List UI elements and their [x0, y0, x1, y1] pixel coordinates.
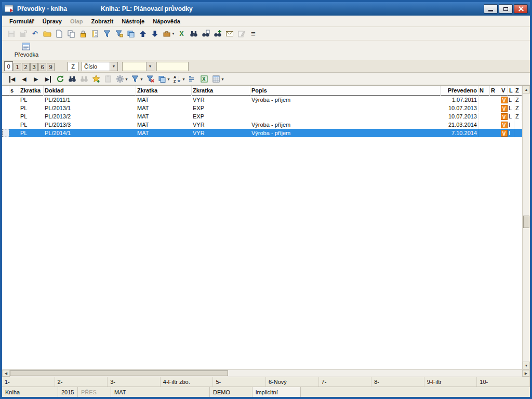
find-next-icon[interactable]	[78, 74, 90, 85]
column-header-n[interactable]: N	[478, 86, 490, 96]
table-row[interactable]: PLPL/2011/1MATVYRVýroba - příjem1.07.201…	[2, 96, 522, 104]
menu-olap[interactable]: Olap	[66, 17, 87, 26]
filter-tab-6[interactable]: 6	[38, 63, 46, 71]
column-header-prevedeno[interactable]: Převedeno	[441, 86, 478, 96]
settings-menu-arrow-icon[interactable]: ▼	[125, 77, 129, 81]
next-record-icon[interactable]: ▶	[30, 74, 42, 85]
grid-menu-icon[interactable]	[210, 74, 222, 85]
row-marker[interactable]	[2, 121, 9, 129]
find-add-icon[interactable]	[211, 28, 223, 39]
close-button[interactable]	[514, 4, 528, 14]
scroll-down-icon[interactable]: ▼	[523, 362, 530, 369]
find-document-icon[interactable]	[200, 28, 211, 39]
column-header-zkratka1[interactable]: Zkratka	[19, 86, 44, 96]
filter-tab-2[interactable]: 2	[22, 63, 30, 71]
scroll-up-icon[interactable]: ▲	[523, 86, 530, 94]
menu-nápověda[interactable]: Nápověda	[149, 17, 184, 26]
minimize-button[interactable]	[484, 4, 498, 14]
vertical-scroll-thumb[interactable]	[523, 216, 529, 228]
table-row[interactable]: PLPL/2014/1MATVYRVýroba - příjem7.10.201…	[2, 129, 522, 137]
chevron-down-icon[interactable]: ▼	[110, 62, 117, 71]
table-row[interactable]: PLPL/2013/1MATEXP10.07.2013VLZ	[2, 104, 522, 112]
column-header-doklad[interactable]: Doklad	[44, 86, 136, 96]
horizontal-scroll-thumb[interactable]	[10, 370, 228, 376]
grid-menu-arrow-icon[interactable]: ▼	[221, 77, 225, 81]
filter-tab-0[interactable]: 0	[4, 61, 13, 71]
filter-menu-arrow-icon[interactable]: ▼	[140, 77, 144, 81]
vertical-scrollbar[interactable]: ▲ ▼	[522, 86, 530, 369]
edit-note-icon[interactable]	[235, 28, 247, 39]
sort-icon[interactable]: AZ	[171, 74, 183, 85]
refresh-icon[interactable]	[54, 74, 66, 85]
column-header-zkratka3[interactable]: Zkratka	[192, 86, 250, 96]
filter-menu-icon[interactable]	[129, 74, 141, 85]
column-header-r[interactable]: R	[490, 86, 500, 96]
notebook-icon[interactable]	[89, 28, 101, 39]
view-menu-arrow-icon[interactable]: ▼	[167, 77, 171, 81]
fkey-3[interactable]: 3-	[108, 377, 161, 387]
excel-export-icon[interactable]: X	[176, 28, 188, 39]
mail-icon[interactable]	[223, 28, 235, 39]
table-row[interactable]: PLPL/2013/3MATVYRVýroba - příjem21.03.20…	[2, 121, 522, 129]
fkey-8[interactable]: 8-	[371, 377, 424, 387]
filter-value-combo[interactable]: ▼	[122, 62, 154, 71]
column-header-popis[interactable]: Popis	[250, 86, 441, 96]
sort-menu-arrow-icon[interactable]: ▼	[182, 77, 186, 81]
paste-record-icon[interactable]	[102, 74, 114, 85]
filter-tab-1[interactable]: 1	[14, 63, 21, 71]
filter-tab-9[interactable]: 9	[47, 63, 55, 71]
fkey-1[interactable]: 1-	[2, 377, 55, 387]
first-record-icon[interactable]: ◀	[6, 74, 18, 85]
fkey-4[interactable]: 4-Filtr zbo.	[161, 377, 214, 387]
row-marker[interactable]	[2, 129, 9, 137]
table-row[interactable]: PLPL/2013/2MATEXP10.07.2013VLZ	[2, 112, 522, 121]
menu-formulář[interactable]: Formulář	[5, 17, 38, 26]
column-header-l[interactable]: L	[508, 86, 514, 96]
undo-icon[interactable]: ↶	[29, 28, 41, 39]
new-document-icon[interactable]	[53, 28, 65, 39]
fkey-2[interactable]: 2-	[55, 377, 108, 387]
column-header-zkratka2[interactable]: Zkratka	[136, 86, 192, 96]
fkey-5[interactable]: 5-	[213, 377, 266, 387]
menu-úpravy[interactable]: Úpravy	[38, 17, 66, 26]
chevron-down-icon[interactable]: ▼	[146, 62, 154, 71]
fkey-9[interactable]: 9-Filtr	[424, 377, 477, 387]
row-marker[interactable]	[2, 112, 9, 121]
excel-icon[interactable]: X	[198, 74, 210, 85]
layers-icon[interactable]	[125, 28, 137, 39]
row-marker[interactable]	[2, 104, 9, 112]
menu-zobrazit[interactable]: Zobrazit	[87, 17, 117, 26]
column-header-v[interactable]: V	[500, 86, 508, 96]
settings-menu-icon[interactable]	[114, 74, 126, 85]
add-favorite-icon[interactable]	[90, 74, 102, 85]
filter-clear-icon[interactable]	[144, 74, 156, 85]
fkey-6[interactable]: 6-Nový	[266, 377, 319, 387]
z-button[interactable]: Z	[68, 62, 78, 71]
save-close-icon[interactable]	[17, 28, 29, 39]
find-icon[interactable]	[188, 28, 200, 39]
last-record-icon[interactable]: ▶	[42, 74, 54, 85]
prev-record-icon[interactable]: ◀	[18, 74, 30, 85]
prevodka-button[interactable]: Převodka	[8, 41, 45, 60]
filter-tab-3[interactable]: 3	[30, 63, 38, 71]
column-header-s[interactable]: s	[9, 86, 19, 96]
menu-nástroje[interactable]: Nástroje	[117, 17, 149, 26]
column-header-z[interactable]: Z	[514, 86, 522, 96]
fkey-7[interactable]: 7-	[319, 377, 372, 387]
move-down-icon[interactable]	[149, 28, 161, 39]
field-selector-combo[interactable]: Číslo ▼	[82, 62, 118, 71]
filter-values-icon[interactable]	[113, 28, 125, 39]
row-marker[interactable]	[2, 96, 9, 104]
lock-icon[interactable]	[77, 28, 89, 39]
find-icon[interactable]	[66, 74, 78, 85]
save-icon[interactable]	[5, 28, 17, 39]
maximize-button[interactable]	[499, 4, 513, 14]
move-up-icon[interactable]	[137, 28, 149, 39]
scroll-left-icon[interactable]: ◀	[2, 370, 10, 377]
horizontal-scrollbar[interactable]: ◀ ▶	[2, 369, 530, 377]
action-menu-icon[interactable]	[161, 28, 172, 39]
filter-icon[interactable]	[101, 28, 113, 39]
filter-value-input[interactable]	[156, 62, 189, 71]
copy-icon[interactable]	[65, 28, 77, 39]
scroll-right-icon[interactable]: ▶	[522, 370, 530, 377]
